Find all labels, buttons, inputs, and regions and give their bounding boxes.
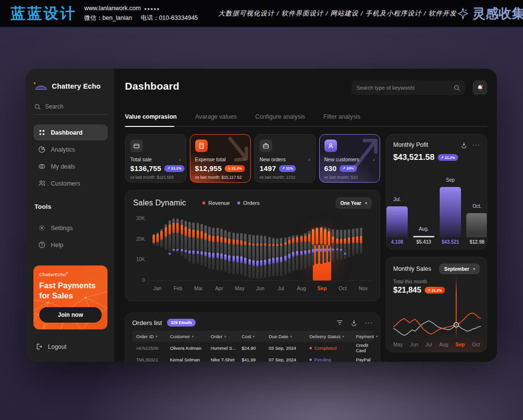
stat-sub: vs last month: 510: [324, 175, 375, 180]
stat-card-expense-total[interactable]: Expense total› $12,955 ↘ 21.2% vs last m…: [190, 134, 251, 183]
chevron-right-icon[interactable]: ›: [373, 156, 375, 162]
orders-bar: [300, 251, 303, 255]
logout-button[interactable]: Logout: [33, 340, 108, 353]
sidebar-item-analytics[interactable]: Analytics: [33, 141, 108, 157]
x-tick-oct[interactable]: Oct: [472, 342, 480, 347]
x-tick-nov[interactable]: Nov: [355, 285, 371, 291]
column-header-payment[interactable]: Payment▾: [356, 334, 378, 339]
x-tick-sep[interactable]: Sep: [455, 342, 464, 347]
sidebar-item-my-deals[interactable]: My deals: [33, 158, 108, 174]
x-tick-mar[interactable]: Mar: [190, 285, 207, 291]
cell-customer: Kemal Selman: [170, 357, 211, 362]
chevron-down-icon: ▾: [365, 201, 367, 205]
column-header-customer[interactable]: Customer▾: [170, 334, 211, 339]
x-tick-jan[interactable]: Jan: [149, 285, 166, 291]
column-header-delivery-status[interactable]: Delivery Status▾: [309, 334, 356, 339]
tab-bar: Value comprasion Avarage values Configur…: [125, 113, 360, 120]
range-bar: [208, 227, 211, 269]
notifications-button[interactable]: [473, 80, 487, 95]
column-header-due-date[interactable]: Due Date▾: [269, 334, 309, 339]
stat-sub: vs last month: $115,555: [130, 175, 181, 180]
column-header-cost[interactable]: Cost▾: [242, 334, 269, 339]
cell-order: Hummel S...: [211, 345, 242, 351]
sidebar-item-settings[interactable]: Settings: [33, 220, 108, 236]
revenue-bar: [188, 229, 191, 237]
x-tick-sep[interactable]: Sep: [314, 285, 330, 291]
chevron-right-icon[interactable]: ›: [244, 156, 246, 162]
table-row[interactable]: TML30321Kemal SelmanNike T-Shirt$41,9907…: [132, 354, 373, 362]
profit-bar-jul[interactable]: [386, 206, 408, 237]
x-tick-jun[interactable]: Jun: [410, 342, 418, 347]
chevron-right-icon[interactable]: ›: [179, 156, 181, 162]
sidebar-search[interactable]: [33, 103, 108, 115]
x-tick-may[interactable]: May: [393, 342, 403, 347]
tab-avarage-values[interactable]: Avarage values: [195, 113, 237, 120]
revenue-bar: [156, 234, 159, 242]
sidebar-item-customers[interactable]: Customers: [33, 175, 108, 191]
orders-table-header: Order ID▾Customer▾Order▾Cost▾Due Date▾De…: [132, 331, 373, 342]
profit-bar-sep[interactable]: [440, 187, 461, 237]
orders-bar: [172, 249, 175, 251]
header-search[interactable]: [352, 80, 465, 95]
tab-configure-analysis[interactable]: Configure analysis: [255, 113, 305, 120]
revenue-bar: [200, 231, 203, 239]
x-tick-aug[interactable]: Aug: [293, 285, 310, 291]
sidebar-search-input[interactable]: [45, 103, 98, 110]
join-now-button[interactable]: Join now: [39, 307, 102, 323]
stat-card-new-customers[interactable]: New customers› 630 ↗ 20% vs last month: …: [319, 134, 381, 183]
column-header-order[interactable]: Order▾: [211, 334, 242, 339]
export-icon[interactable]: [461, 141, 467, 148]
sidebar-item-dashboard[interactable]: Dashboard: [33, 124, 108, 140]
orders-bar: [308, 250, 310, 254]
revenue-bar: [308, 234, 310, 242]
range-bar: [224, 230, 227, 272]
sort-caret-icon: ▾: [253, 335, 255, 339]
header-search-input[interactable]: [356, 85, 450, 91]
legend-dot-orders: [237, 202, 240, 204]
x-tick-oct[interactable]: Oct: [335, 285, 351, 291]
range-bar: [188, 222, 191, 262]
month-selector[interactable]: September▾: [439, 264, 480, 274]
stat-card-new-orders[interactable]: New orders› 1497 ↗ 11% vs last month: 13…: [254, 134, 316, 183]
export-icon[interactable]: [351, 319, 357, 326]
range-bar: [244, 233, 246, 276]
trend-badge: ↗ 20%: [339, 165, 356, 172]
x-tick-jun[interactable]: Jun: [252, 285, 269, 291]
banner-url[interactable]: www.lanlanwork.com: [84, 5, 141, 12]
profit-bar-oct[interactable]: [466, 213, 487, 237]
table-row[interactable]: AKN12508Olivera KolmanHummel S...$24,900…: [132, 342, 373, 354]
orders-bar: [280, 257, 282, 263]
chevron-right-icon[interactable]: ›: [308, 156, 310, 162]
range-bar: [268, 237, 271, 277]
promo-title: Fast Payments for Sales: [39, 280, 97, 301]
stat-value: $136,755: [130, 164, 161, 172]
tab-value-comprasion[interactable]: Value comprasion: [125, 113, 177, 120]
tab-filter-analysis[interactable]: Filter analysis: [323, 113, 360, 120]
cell-payment: Credit Card: [356, 342, 369, 353]
more-options-icon[interactable]: ···: [472, 143, 480, 146]
more-options-icon[interactable]: ···: [365, 321, 373, 324]
range-bar: [228, 232, 231, 273]
stat-card-total-sale[interactable]: Total sale› $136,755 ↗ 21.2% vs last mon…: [125, 134, 186, 183]
range-selector[interactable]: One Year▾: [336, 197, 372, 209]
x-tick-feb[interactable]: Feb: [170, 285, 186, 291]
help-icon: [38, 241, 46, 249]
line-previous: [393, 321, 481, 336]
cell-due-date: 07 Sep, 2024: [269, 357, 309, 362]
column-header-order-id[interactable]: Order ID▾: [136, 334, 170, 339]
subtitle: Total this month: [393, 279, 480, 284]
sort-caret-icon: ▾: [342, 335, 344, 339]
search-icon: [454, 85, 460, 91]
collect-brand: 灵感收集: [457, 5, 523, 22]
x-tick-may[interactable]: May: [231, 285, 248, 291]
x-tick-apr[interactable]: Apr: [211, 285, 228, 291]
range-bar: [212, 228, 215, 270]
x-tick-jul[interactable]: Jul: [426, 342, 432, 347]
orders-list-card: Orders list 329 Emails ··· Order ID▾Cust…: [125, 312, 380, 362]
sidebar-item-help[interactable]: Help: [33, 237, 108, 253]
x-tick-aug[interactable]: Aug: [439, 342, 448, 347]
x-tick-jul[interactable]: Jul: [273, 285, 289, 291]
profit-bar-aug[interactable]: [413, 236, 434, 237]
filter-icon[interactable]: [337, 320, 343, 326]
legend-revenue: Revenue: [202, 200, 230, 206]
